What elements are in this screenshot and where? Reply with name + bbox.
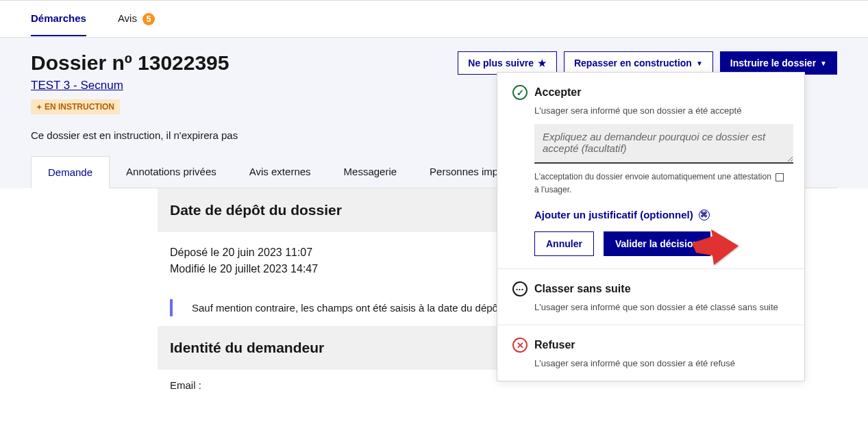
instruct-label: Instruire le dossier: [730, 58, 816, 68]
procedure-link[interactable]: TEST 3 - Secnum: [31, 79, 123, 92]
nav-demarches[interactable]: Démarches: [31, 1, 86, 36]
dossier-title: Dossier nº 13022395: [31, 51, 229, 75]
chevron-down-icon: ▼: [696, 60, 703, 67]
action-bar: Ne plus suivre ★ Repasser en constructio…: [458, 51, 837, 75]
dismiss-desc: L'usager sera informé que son dossier a …: [512, 302, 789, 312]
top-nav: Démarches Avis 5: [0, 0, 868, 38]
refuse-section[interactable]: ✕ Refuser L'usager sera informé que son …: [497, 325, 804, 381]
chevron-down-icon: ▼: [820, 60, 827, 67]
nav-avis-label: Avis: [118, 12, 137, 24]
add-justificatif-label: Ajouter un justificatif (optionnel): [534, 209, 693, 220]
status-badge: EN INSTRUCTION: [31, 99, 120, 114]
nav-avis[interactable]: Avis 5: [118, 1, 155, 36]
refuse-title: Refuser: [534, 339, 575, 351]
attachment-icon: ⌘: [699, 210, 710, 220]
cancel-button[interactable]: Annuler: [534, 231, 594, 256]
unfollow-button[interactable]: Ne plus suivre ★: [458, 51, 557, 75]
star-icon: ★: [538, 58, 547, 68]
validate-button[interactable]: Valider la décision: [604, 231, 710, 256]
tab-avis-externes[interactable]: Avis externes: [233, 156, 327, 188]
tab-demande[interactable]: Demande: [31, 156, 110, 188]
unfollow-label: Ne plus suivre: [468, 58, 534, 68]
decision-popover: ✓ Accepter L'usager sera informé que son…: [497, 72, 805, 381]
accept-section: ✓ Accepter L'usager sera informé que son…: [497, 73, 804, 269]
accept-desc: L'usager sera informé que son dossier a …: [512, 105, 789, 116]
instruct-button[interactable]: Instruire le dossier ▼: [720, 51, 837, 75]
dismiss-section[interactable]: ••• Classer sans suite L'usager sera inf…: [497, 269, 804, 325]
accept-motivation-textarea[interactable]: Expliquez au demandeur pourquoi ce dossi…: [534, 124, 793, 164]
back-construction-button[interactable]: Repasser en construction ▼: [564, 51, 713, 75]
tab-annotations[interactable]: Annotations privées: [110, 156, 233, 188]
dots-circle-icon: •••: [512, 281, 528, 296]
accept-title: Accepter: [534, 86, 581, 99]
avis-count-badge: 5: [142, 13, 155, 25]
tab-messagerie[interactable]: Messagerie: [327, 156, 414, 188]
back-construction-label: Repasser en construction: [574, 58, 692, 68]
accept-note: L'acceptation du dossier envoie automati…: [512, 170, 789, 197]
refuse-desc: L'usager sera informé que son dossier a …: [512, 358, 789, 368]
dismiss-title: Classer sans suite: [534, 283, 631, 295]
x-circle-icon: ✕: [512, 338, 528, 353]
external-link-icon: [776, 173, 784, 181]
add-justificatif-link[interactable]: Ajouter un justificatif (optionnel) ⌘: [512, 209, 789, 220]
check-circle-icon: ✓: [512, 85, 528, 100]
